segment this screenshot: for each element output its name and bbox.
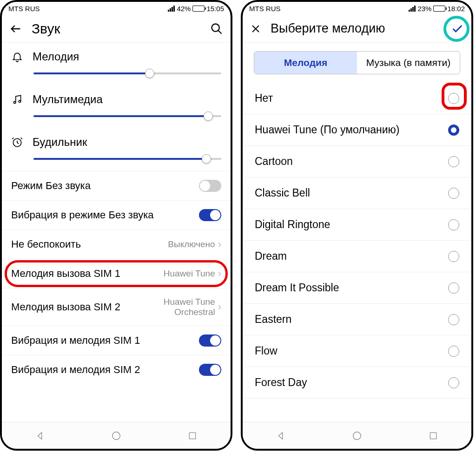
carrier-label: MTS RUS: [249, 5, 281, 13]
silent-mode-row[interactable]: Режим Без звука: [2, 171, 231, 200]
volume-media: Мультимедиа: [2, 85, 231, 128]
phone-sound-settings: MTS RUS 42% 15:05 Звук Мелодия: [0, 0, 232, 451]
toggle[interactable]: [199, 180, 221, 192]
navbar: [243, 422, 471, 449]
setting-value: Выключено: [168, 239, 215, 249]
nav-recent-icon[interactable]: [417, 431, 450, 440]
svg-rect-7: [430, 433, 436, 439]
svg-point-1: [13, 101, 15, 103]
ringtone-row[interactable]: Huawei Tune (По умолчанию): [243, 114, 471, 146]
ringtone-label: Dream: [255, 250, 287, 262]
volume-label: Мелодия: [33, 50, 79, 63]
ringtone-label: Eastern: [255, 313, 291, 326]
toggle[interactable]: [199, 364, 221, 376]
ringtone-label: Нет: [255, 92, 273, 105]
ringtone-row[interactable]: Digital Ringtone: [243, 209, 471, 241]
volume-slider[interactable]: [33, 152, 221, 165]
clock: 15:05: [206, 5, 224, 13]
svg-point-4: [112, 432, 120, 439]
setting-value: Huawei Tune Orchestral: [155, 297, 215, 317]
setting-label: Не беспокоить: [11, 238, 168, 250]
ringtone-label: Dream It Possible: [255, 282, 339, 294]
signal-icon: [168, 6, 175, 12]
svg-point-2: [19, 100, 20, 102]
bell-icon: [11, 51, 23, 63]
volume-slider[interactable]: [33, 110, 221, 123]
chevron-right-icon: ›: [218, 238, 221, 250]
ringtone-row[interactable]: Classic Bell: [243, 177, 471, 209]
phone-select-ringtone: MTS RUS 23% 18:02 Выберите мелодию Мелод…: [241, 0, 473, 451]
ringtone-label: Flow: [255, 345, 278, 357]
radio-button[interactable]: [448, 156, 459, 167]
toggle[interactable]: [199, 209, 221, 221]
setting-value: Huawei Tune: [164, 269, 215, 279]
radio-button[interactable]: [448, 282, 459, 294]
volume-label: Мультимедиа: [33, 93, 103, 106]
navbar: [2, 422, 231, 449]
sim2-ringtone-row[interactable]: Мелодия вызова SIM 2 Huawei Tune Orchest…: [2, 288, 231, 326]
radio-button[interactable]: [448, 377, 459, 388]
setting-label: Мелодия вызова SIM 2: [11, 301, 155, 313]
page-title: Звук: [32, 21, 201, 37]
battery-icon: [433, 6, 445, 12]
radio-button[interactable]: [448, 188, 459, 199]
volume-slider[interactable]: [33, 67, 221, 80]
radio-button[interactable]: [448, 346, 459, 357]
search-icon[interactable]: [210, 22, 223, 35]
content: Мелодия Музыка (в памяти) НетHuawei Tune…: [243, 43, 471, 422]
setting-label: Вибрация и мелодия SIM 2: [11, 364, 199, 376]
back-icon[interactable]: [9, 22, 22, 35]
clock: 18:02: [447, 5, 465, 13]
ringtone-row[interactable]: Forest Day: [243, 367, 471, 399]
tab-melody[interactable]: Мелодия: [254, 52, 357, 74]
confirm-icon[interactable]: [451, 22, 464, 35]
svg-rect-5: [189, 433, 195, 439]
nav-back-icon[interactable]: [24, 431, 56, 441]
radio-button[interactable]: [448, 125, 459, 136]
radio-button[interactable]: [448, 251, 459, 262]
vibrate-sim1-row[interactable]: Вибрация и мелодия SIM 1: [2, 326, 231, 355]
ringtone-row[interactable]: Dream: [243, 241, 471, 272]
ringtone-row[interactable]: Нет: [243, 83, 471, 114]
volume-label: Будильник: [33, 136, 87, 149]
ringtone-list: НетHuawei Tune (По умолчанию)CartoonClas…: [243, 83, 471, 399]
alarm-icon: [11, 136, 23, 148]
radio-button[interactable]: [448, 93, 459, 104]
dnd-row[interactable]: Не беспокоить Выключено›: [2, 230, 231, 259]
volume-alarm: Будильник: [2, 128, 231, 171]
ringtone-label: Forest Day: [255, 376, 307, 389]
chevron-right-icon: ›: [218, 268, 221, 280]
sim1-ringtone-row[interactable]: Мелодия вызова SIM 1 Huawei Tune›: [2, 259, 231, 288]
statusbar: MTS RUS 42% 15:05: [2, 2, 231, 15]
content: Мелодия Мультимедиа Будильник: [2, 43, 231, 422]
tab-segmented: Мелодия Музыка (в памяти): [254, 51, 460, 74]
radio-button[interactable]: [448, 314, 459, 325]
battery-pct: 42%: [177, 5, 191, 13]
vibrate-sim2-row[interactable]: Вибрация и мелодия SIM 2: [2, 355, 231, 384]
ringtone-label: Huawei Tune (По умолчанию): [255, 124, 400, 136]
setting-label: Вибрация в режиме Без звука: [11, 209, 199, 221]
ringtone-row[interactable]: Eastern: [243, 304, 471, 335]
nav-back-icon[interactable]: [264, 431, 297, 441]
ringtone-label: Cartoon: [255, 155, 293, 168]
volume-ringtone: Мелодия: [2, 43, 231, 85]
music-note-icon: [11, 93, 23, 105]
radio-button[interactable]: [448, 219, 459, 230]
close-icon[interactable]: [250, 23, 261, 34]
toggle[interactable]: [199, 334, 221, 347]
header: Звук: [2, 15, 231, 43]
statusbar: MTS RUS 23% 18:02: [243, 2, 471, 15]
tab-music[interactable]: Музыка (в памяти): [357, 52, 460, 74]
nav-recent-icon[interactable]: [176, 431, 209, 440]
ringtone-row[interactable]: Cartoon: [243, 146, 471, 177]
vibrate-in-silent-row[interactable]: Вибрация в режиме Без звука: [2, 200, 231, 230]
chevron-right-icon: ›: [218, 301, 221, 313]
ringtone-row[interactable]: Flow: [243, 335, 471, 367]
svg-point-6: [353, 432, 361, 439]
nav-home-icon[interactable]: [100, 431, 132, 441]
ringtone-label: Digital Ringtone: [255, 218, 330, 231]
setting-label: Мелодия вызова SIM 1: [11, 268, 164, 280]
ringtone-row[interactable]: Dream It Possible: [243, 272, 471, 304]
battery-pct: 23%: [417, 5, 431, 13]
nav-home-icon[interactable]: [341, 431, 373, 441]
